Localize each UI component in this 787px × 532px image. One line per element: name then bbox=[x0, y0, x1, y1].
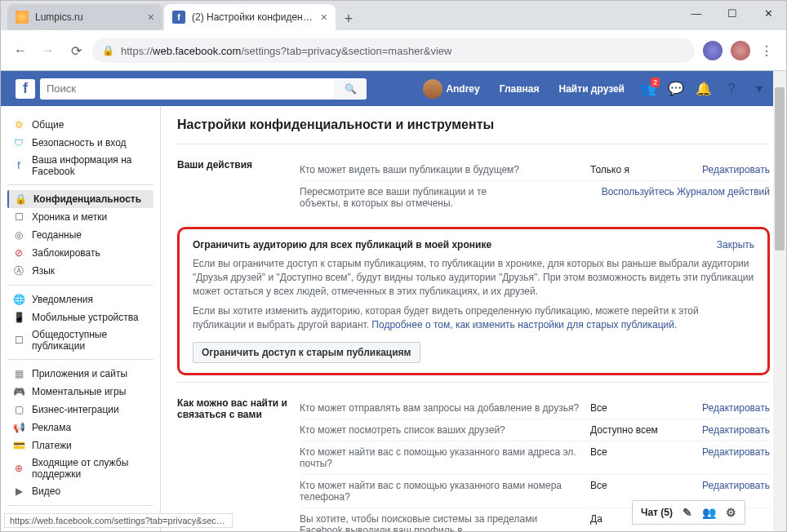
sidebar-label: Бизнес-интеграции bbox=[32, 404, 119, 415]
address-bar[interactable]: 🔒 https://web.facebook.com/settings?tab=… bbox=[92, 38, 695, 63]
facebook-header: f 🔍 Andrey Главная Найти друзей 👥2 💬 🔔 ?… bbox=[1, 71, 786, 106]
browser-tab-bar: Lumpics.ru × f (2) Настройки конфиденциа… bbox=[1, 1, 786, 30]
sidebar-item[interactable]: 📢Реклама bbox=[7, 419, 153, 437]
close-window-button[interactable]: ✕ bbox=[750, 1, 786, 25]
dropdown-icon[interactable]: ▾ bbox=[750, 80, 768, 98]
sidebar-item[interactable]: ☐Общедоступные публикации bbox=[7, 326, 153, 354]
sidebar-item[interactable]: 🔒Конфиденциальность bbox=[7, 190, 153, 208]
close-icon[interactable]: × bbox=[321, 11, 327, 24]
sidebar-icon: f bbox=[12, 159, 25, 172]
new-tab-button[interactable]: + bbox=[337, 7, 360, 30]
menu-button[interactable]: ⋮ bbox=[755, 39, 778, 62]
edit-link[interactable]: Редактировать bbox=[702, 424, 770, 436]
sidebar-icon: 💳 bbox=[12, 439, 25, 452]
messages-icon[interactable]: 💬 bbox=[667, 80, 685, 98]
activity-log-link[interactable]: Воспользуйтесь Журналом действий bbox=[602, 186, 770, 197]
sidebar-item[interactable]: ⚙Общие bbox=[7, 116, 153, 134]
sidebar-item[interactable]: 💳Платежи bbox=[7, 437, 153, 454]
setting-value: Только я bbox=[590, 164, 688, 175]
sidebar-label: Язык bbox=[32, 265, 55, 277]
sidebar-icon: 🔒 bbox=[14, 193, 27, 206]
setting-question: Пересмотрите все ваши публикации и те об… bbox=[300, 186, 500, 209]
sidebar-icon: ☐ bbox=[12, 211, 25, 224]
sidebar-item[interactable]: ▢Бизнес-интеграции bbox=[7, 401, 153, 419]
search-input[interactable] bbox=[47, 82, 334, 95]
sidebar-item[interactable]: ⊘Заблокировать bbox=[7, 244, 153, 262]
edit-link[interactable]: Редактировать bbox=[702, 164, 770, 175]
extension-icon[interactable] bbox=[703, 41, 723, 60]
learn-more-link[interactable]: Подробнее о том, как изменить настройки … bbox=[371, 319, 677, 330]
sidebar-label: Платежи bbox=[32, 440, 72, 451]
sidebar-item[interactable]: 🌐Уведомления bbox=[7, 290, 153, 308]
browser-tab-lumpics[interactable]: Lumpics.ru × bbox=[7, 4, 162, 30]
sidebar-item[interactable]: ▦Приложения и сайты bbox=[7, 365, 153, 383]
edit-link[interactable]: Редактировать bbox=[702, 446, 770, 458]
search-button[interactable]: 🔍 bbox=[334, 79, 367, 99]
setting-value: Все bbox=[590, 446, 688, 469]
sidebar-icon: 📢 bbox=[12, 421, 25, 434]
compose-icon[interactable]: ✎ bbox=[683, 506, 692, 519]
sidebar-icon: ◎ bbox=[12, 228, 25, 242]
setting-question: Вы хотите, чтобы поисковые системы за пр… bbox=[300, 513, 590, 531]
sidebar-item[interactable]: fВаша информация на Facebook bbox=[7, 152, 153, 180]
edit-link[interactable]: Редактировать bbox=[702, 402, 770, 414]
friend-requests-icon[interactable]: 👥2 bbox=[639, 80, 657, 98]
search-box[interactable]: 🔍 bbox=[40, 78, 367, 100]
profile-link[interactable]: Andrey bbox=[415, 78, 487, 100]
limit-old-posts-button[interactable]: Ограничить доступ к старым публикациям bbox=[193, 342, 420, 363]
reload-button[interactable]: ⟳ bbox=[64, 39, 87, 62]
home-link[interactable]: Главная bbox=[491, 78, 548, 100]
tab-title: (2) Настройки конфиденциальн bbox=[192, 11, 316, 23]
sidebar-icon: ▦ bbox=[12, 367, 25, 380]
chat-bar[interactable]: Чат (5) ✎ 👥 ⚙ bbox=[632, 500, 745, 525]
sidebar-icon: ⊘ bbox=[12, 246, 25, 259]
setting-question: Кто может найти вас с помощью указанного… bbox=[300, 480, 590, 503]
panel-text: Если вы хотите изменить аудиторию, котор… bbox=[193, 304, 754, 332]
sidebar-icon: ▢ bbox=[12, 403, 25, 416]
sidebar-label: Реклама bbox=[32, 422, 71, 433]
sidebar-item[interactable]: ⊕Входящие от службы поддержки bbox=[7, 454, 153, 482]
page-title: Настройки конфиденциальности и инструмен… bbox=[177, 117, 770, 132]
sidebar-item[interactable]: 📱Мобильные устройства bbox=[7, 308, 153, 326]
sidebar-item[interactable]: ▶Видео bbox=[7, 482, 153, 500]
setting-value: Доступно всем bbox=[590, 424, 688, 436]
setting-question: Кто может посмотреть список ваших друзей… bbox=[300, 424, 590, 436]
minimize-button[interactable]: — bbox=[678, 1, 714, 25]
help-icon[interactable]: ? bbox=[723, 80, 740, 98]
sidebar-item[interactable]: ⒶЯзык bbox=[7, 262, 153, 280]
section-label: Ваши действия bbox=[177, 159, 300, 214]
browser-tab-facebook[interactable]: f (2) Настройки конфиденциальн × bbox=[164, 4, 336, 30]
setting-question: Кто может найти вас с помощью указанного… bbox=[300, 446, 590, 469]
sidebar-label: Ваша информация на Facebook bbox=[32, 154, 149, 177]
sidebar-label: Входящие от службы поддержки bbox=[32, 457, 149, 480]
edit-link[interactable]: Редактировать bbox=[702, 480, 770, 491]
facebook-logo[interactable]: f bbox=[16, 79, 35, 99]
find-friends-link[interactable]: Найти друзей bbox=[551, 78, 633, 100]
back-button[interactable]: ← bbox=[9, 39, 32, 62]
favicon: f bbox=[172, 11, 185, 24]
profile-avatar-icon[interactable] bbox=[731, 41, 750, 60]
chat-label: Чат (5) bbox=[641, 507, 673, 518]
maximize-button[interactable]: ☐ bbox=[714, 1, 750, 25]
close-link[interactable]: Закрыть bbox=[717, 239, 754, 250]
setting-question: Кто может отправлять вам запросы на доба… bbox=[300, 402, 590, 414]
sidebar-icon: ▶ bbox=[12, 485, 25, 498]
people-icon[interactable]: 👥 bbox=[702, 506, 716, 519]
sidebar-icon: Ⓐ bbox=[12, 264, 25, 277]
close-icon[interactable]: × bbox=[148, 11, 154, 24]
settings-sidebar: ⚙Общие🛡Безопасность и входfВаша информац… bbox=[1, 106, 160, 531]
sidebar-label: Приложения и сайты bbox=[32, 368, 127, 379]
sidebar-item[interactable]: 🎮Моментальные игры bbox=[7, 383, 153, 401]
scrollbar-thumb[interactable] bbox=[775, 87, 785, 250]
sidebar-item[interactable]: ☐Хроника и метки bbox=[7, 208, 153, 226]
notifications-icon[interactable]: 🔔 bbox=[695, 80, 713, 98]
sidebar-item[interactable]: 🛡Безопасность и вход bbox=[7, 134, 153, 152]
sidebar-label: Хроника и метки bbox=[32, 211, 107, 223]
url-text: https://web.facebook.com/settings?tab=pr… bbox=[121, 45, 451, 57]
forward-button[interactable]: → bbox=[37, 39, 60, 62]
separator bbox=[7, 505, 153, 506]
sidebar-item[interactable]: ◎Геоданные bbox=[7, 226, 153, 244]
setting-value: Все bbox=[590, 402, 688, 414]
gear-icon[interactable]: ⚙ bbox=[726, 506, 736, 519]
scrollbar[interactable] bbox=[773, 71, 786, 531]
